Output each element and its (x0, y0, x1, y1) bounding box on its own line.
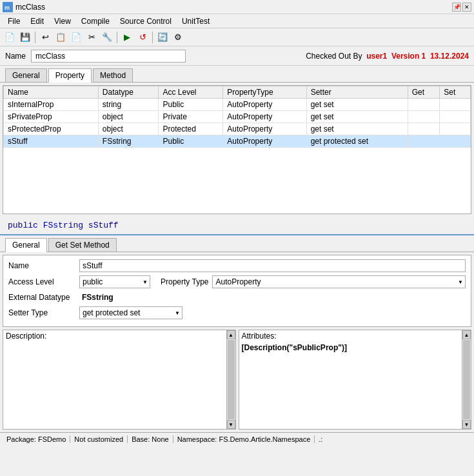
undo-button[interactable]: ↩ (38, 30, 52, 45)
setter-type-select[interactable]: get set get protected set get private se… (79, 306, 183, 319)
menu-source-control[interactable]: Source Control (115, 15, 177, 27)
paste-button[interactable]: 📄 (69, 30, 83, 45)
attributes-value: [Description("sPublicProp")] (239, 342, 471, 353)
menu-file[interactable]: File (3, 15, 25, 27)
table-row[interactable]: sInternalProp string Public AutoProperty… (4, 99, 471, 111)
separator-1 (35, 32, 35, 43)
cut-button[interactable]: ✂ (84, 30, 99, 45)
tab-property[interactable]: Property (48, 68, 92, 83)
row-name: sInternalProp (4, 99, 99, 111)
col-get: Get (408, 86, 440, 99)
row-acc-level: Public (159, 99, 223, 111)
row-setter: get protected set (306, 135, 408, 148)
detail-tab-general[interactable]: General (5, 238, 47, 252)
row-datatype: object (98, 123, 159, 135)
name-input[interactable] (31, 50, 186, 63)
row-set (440, 111, 471, 123)
separator-2 (117, 32, 117, 43)
svg-text:m: m (5, 5, 10, 11)
name-form-label: Name (8, 261, 79, 270)
compile-button[interactable]: 🔧 (100, 30, 114, 45)
status-base: Base: None (128, 435, 173, 443)
code-varname: sStuff (88, 221, 119, 230)
detail-tabs: General Get Set Method (0, 235, 474, 252)
attr-scroll-down[interactable]: ▼ (462, 420, 471, 429)
tab-method[interactable]: Method (93, 68, 133, 82)
col-set: Set (440, 86, 471, 99)
status-package: Package: FSDemo (3, 435, 70, 443)
row-get (408, 135, 440, 148)
table-row[interactable]: sPrivateProp object Private AutoProperty… (4, 111, 471, 123)
attr-scrollbar[interactable]: ▲ ▼ (462, 330, 471, 429)
row-property-type: AutoProperty (223, 123, 306, 135)
setter-type-select-wrapper: get set get protected set get private se… (79, 306, 183, 319)
bottom-section: Description: ▲ ▼ Attributes: [Descriptio… (3, 330, 471, 430)
external-datatype-value: FSstring (79, 292, 466, 303)
detail-tab-get-set[interactable]: Get Set Method (48, 238, 117, 252)
code-keyword: public (8, 221, 38, 230)
row-datatype: object (98, 111, 159, 123)
pin-button[interactable]: 📌 (452, 3, 461, 12)
row-setter: get set (306, 123, 408, 135)
checkout-date: 13.12.2024 (430, 52, 469, 61)
description-area: Description: ▲ ▼ (3, 330, 236, 430)
attr-scroll-up[interactable]: ▲ (462, 330, 471, 339)
scroll-down-arrow[interactable]: ▼ (227, 420, 235, 429)
property-type-form-label: Property Type (161, 277, 208, 286)
detail-wrapper: public FSstring sStuff General Get Set M… (0, 217, 474, 430)
window-controls: 📌 ✕ (452, 3, 471, 12)
copy-button[interactable]: 📋 (54, 30, 68, 45)
scroll-up-arrow[interactable]: ▲ (227, 330, 235, 339)
menu-edit[interactable]: Edit (25, 15, 49, 27)
table-row[interactable]: sProtectedProp object Protected AutoProp… (4, 123, 471, 135)
checkout-version: Version 1 (391, 52, 426, 61)
name-bar: Name Checked Out By user1 Version 1 13.1… (0, 46, 474, 66)
row-setter: get set (306, 111, 408, 123)
refresh-button[interactable]: 🔄 (155, 30, 170, 45)
row-name: sPrivateProp (4, 111, 99, 123)
close-button[interactable]: ✕ (462, 3, 471, 12)
menu-view[interactable]: View (49, 15, 76, 27)
row-datatype: string (98, 99, 159, 111)
detail-form: Name Access Level public private protect… (3, 255, 471, 327)
row-property-type: AutoProperty (223, 111, 306, 123)
setter-type-row: Setter Type get set get protected set ge… (8, 306, 466, 319)
property-table-area: Name Datatype Acc Level PropertyType Set… (3, 85, 471, 214)
scroll-thumb[interactable] (228, 340, 235, 419)
status-extra: .: (315, 435, 326, 443)
checkout-info: Checked Out By user1 Version 1 13.12.202… (306, 52, 469, 61)
attr-scroll-thumb[interactable] (463, 340, 470, 419)
new-button[interactable]: 📄 (3, 30, 17, 45)
name-label: Name (5, 52, 26, 61)
tab-general[interactable]: General (5, 68, 47, 82)
description-label: Description: (3, 330, 235, 342)
property-table: Name Datatype Acc Level PropertyType Set… (3, 86, 471, 148)
menu-unittest[interactable]: UnitTest (177, 15, 215, 27)
menu-compile[interactable]: Compile (76, 15, 115, 27)
table-row[interactable]: sStuff FSstring Public AutoProperty get … (4, 135, 471, 148)
row-acc-level: Private (159, 111, 223, 123)
checkin-button[interactable]: ▶ (120, 30, 134, 45)
setter-type-label: Setter Type (8, 308, 79, 317)
window-title: mcClass (15, 3, 452, 12)
access-level-select[interactable]: public private protected internal (79, 275, 150, 288)
settings-button[interactable]: ⚙ (171, 30, 185, 45)
status-bar: Package: FSDemo Not customized Base: Non… (0, 432, 474, 445)
toolbar: 📄 💾 ↩ 📋 📄 ✂ 🔧 ▶ ↺ 🔄 ⚙ (0, 28, 474, 46)
row-acc-level: Protected (159, 123, 223, 135)
row-name: sStuff (4, 135, 99, 148)
app-icon: m (3, 2, 13, 12)
save-button[interactable]: 💾 (18, 30, 32, 45)
name-form-input[interactable] (79, 259, 466, 272)
name-row: Name (8, 259, 466, 272)
desc-scrollbar[interactable]: ▲ ▼ (226, 330, 235, 429)
menu-bar: File Edit View Compile Source Control Un… (0, 14, 474, 28)
status-customization: Not customized (70, 435, 128, 443)
property-type-select[interactable]: AutoProperty Standard (212, 275, 466, 288)
col-setter: Setter (306, 86, 408, 99)
row-acc-level: Public (159, 135, 223, 148)
external-datatype-label: External Datatype (8, 293, 79, 302)
separator-3 (152, 32, 153, 43)
checkout-button[interactable]: ↺ (135, 30, 150, 45)
checkout-user: user1 (366, 52, 387, 61)
